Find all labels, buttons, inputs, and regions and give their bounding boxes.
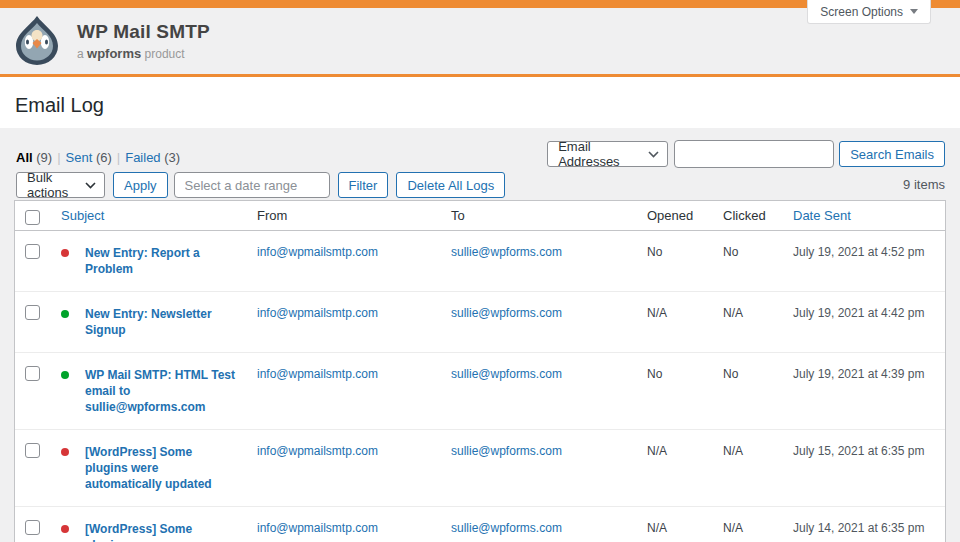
header-clicked: Clicked (713, 201, 783, 231)
table-row: WP Mail SMTP: HTML Test email to sullie@… (15, 353, 945, 430)
clicked-value: No (713, 353, 783, 430)
filter-separator: | (117, 150, 120, 165)
from-email-link[interactable]: info@wpmailsmtp.com (257, 444, 378, 458)
bulk-actions-select[interactable]: Bulk actions (16, 172, 105, 198)
opened-value: N/A (637, 430, 713, 507)
clicked-value: No (713, 231, 783, 292)
date-sent-value: July 19, 2021 at 4:52 pm (783, 231, 945, 292)
email-log-tbody: New Entry: Report a Problem info@wpmails… (15, 231, 945, 542)
table-toolbar: Bulk actions Apply Filter Delete All Log… (16, 171, 945, 199)
status-dot-icon (61, 310, 69, 318)
to-email-link[interactable]: sullie@wpforms.com (451, 306, 562, 320)
to-email-link[interactable]: sullie@wpforms.com (451, 521, 562, 535)
filter-all-label[interactable]: All (16, 150, 33, 165)
filter-button[interactable]: Filter (338, 172, 389, 198)
from-email-link[interactable]: info@wpmailsmtp.com (257, 245, 378, 259)
header-from: From (247, 201, 441, 231)
brand-block: WP Mail SMTP a wpforms product (77, 21, 210, 61)
status-filter-links: All (9)|Sent (6)|Failed (3) (16, 150, 180, 165)
bulk-actions-value: Bulk actions (27, 170, 77, 200)
select-all-checkbox[interactable] (25, 210, 40, 225)
table-row: [WordPress] Some plugins were automatica… (15, 430, 945, 507)
row-checkbox[interactable] (25, 366, 40, 381)
content-area: All (9)|Sent (6)|Failed (3) Email Addres… (0, 128, 960, 542)
opened-value: N/A (637, 507, 713, 542)
filter-sent-link[interactable]: Sent (66, 150, 93, 165)
status-dot-icon (61, 249, 69, 257)
sort-date-sent-link[interactable]: Date Sent (793, 208, 851, 223)
status-dot-icon (61, 448, 69, 456)
wp-mail-smtp-pigeon-logo-icon (12, 15, 62, 67)
filter-all[interactable]: All (9) (16, 150, 52, 165)
screen-options-label: Screen Options (820, 5, 903, 19)
row-checkbox[interactable] (25, 443, 40, 458)
search-emails-button[interactable]: Search Emails (839, 141, 945, 167)
date-sent-value: July 15, 2021 at 6:35 pm (783, 430, 945, 507)
status-dot-icon (61, 525, 69, 533)
email-subject-link[interactable]: New Entry: Report a Problem (85, 245, 237, 277)
email-subject-link[interactable]: [WordPress] Some plugins were automatica… (85, 521, 237, 542)
chevron-down-icon (648, 151, 659, 158)
clicked-value: N/A (713, 292, 783, 353)
row-checkbox[interactable] (25, 520, 40, 535)
filter-failed[interactable]: Failed (3) (125, 150, 180, 165)
date-sent-value: July 14, 2021 at 6:35 pm (783, 507, 945, 542)
search-emails-input[interactable] (674, 140, 834, 168)
search-controls: Email Addresses Search Emails (547, 140, 945, 168)
email-log-table: Subject From To Opened Clicked Date Sent… (14, 200, 946, 542)
date-range-input[interactable] (174, 172, 330, 198)
search-field-select-value: Email Addresses (558, 139, 640, 169)
header-opened: Opened (637, 201, 713, 231)
table-row: [WordPress] Some plugins were automatica… (15, 507, 945, 542)
email-subject-link[interactable]: [WordPress] Some plugins were automatica… (85, 444, 237, 492)
opened-value: N/A (637, 292, 713, 353)
caret-down-icon (910, 9, 918, 14)
table-header-row: Subject From To Opened Clicked Date Sent (15, 201, 945, 231)
clicked-value: N/A (713, 430, 783, 507)
from-email-link[interactable]: info@wpmailsmtp.com (257, 521, 378, 535)
page-title-bar: Email Log (0, 80, 960, 128)
status-dot-icon (61, 371, 69, 379)
wpforms-wordmark: wpforms (87, 46, 141, 61)
screen-options-button[interactable]: Screen Options (807, 0, 931, 24)
search-field-select[interactable]: Email Addresses (547, 141, 668, 167)
header-to: To (441, 201, 637, 231)
filter-sent-count: (6) (96, 150, 112, 165)
date-sent-value: July 19, 2021 at 4:39 pm (783, 353, 945, 430)
items-count: 9 items (903, 177, 945, 192)
email-subject-link[interactable]: New Entry: Newsletter Signup (85, 306, 237, 338)
filter-all-count: (9) (36, 150, 52, 165)
filter-separator: | (57, 150, 60, 165)
sort-subject-link[interactable]: Subject (61, 208, 104, 223)
date-sent-value: July 19, 2021 at 4:42 pm (783, 292, 945, 353)
to-email-link[interactable]: sullie@wpforms.com (451, 444, 562, 458)
row-checkbox[interactable] (25, 305, 40, 320)
opened-value: No (637, 353, 713, 430)
table-row: New Entry: Report a Problem info@wpmails… (15, 231, 945, 292)
filter-sent[interactable]: Sent (6) (66, 150, 112, 165)
filter-failed-count: (3) (164, 150, 180, 165)
email-subject-link[interactable]: WP Mail SMTP: HTML Test email to sullie@… (85, 367, 237, 415)
chevron-down-icon (85, 182, 96, 189)
brand-title: WP Mail SMTP (77, 21, 210, 43)
clicked-value: N/A (713, 507, 783, 542)
row-checkbox[interactable] (25, 244, 40, 259)
filter-failed-link[interactable]: Failed (125, 150, 160, 165)
tagline-prefix: a (77, 47, 84, 61)
tagline-suffix: product (145, 47, 185, 61)
from-email-link[interactable]: info@wpmailsmtp.com (257, 367, 378, 381)
delete-all-logs-button[interactable]: Delete All Logs (396, 172, 505, 198)
wp-mail-smtp-email-log-page: Screen Options WP Mail SMTP a wpforms pr… (0, 0, 960, 542)
to-email-link[interactable]: sullie@wpforms.com (451, 367, 562, 381)
page-title: Email Log (0, 80, 960, 117)
opened-value: No (637, 231, 713, 292)
to-email-link[interactable]: sullie@wpforms.com (451, 245, 562, 259)
apply-button[interactable]: Apply (113, 172, 168, 198)
brand-tagline: a wpforms product (77, 46, 210, 61)
from-email-link[interactable]: info@wpmailsmtp.com (257, 306, 378, 320)
table-row: New Entry: Newsletter Signup info@wpmail… (15, 292, 945, 353)
